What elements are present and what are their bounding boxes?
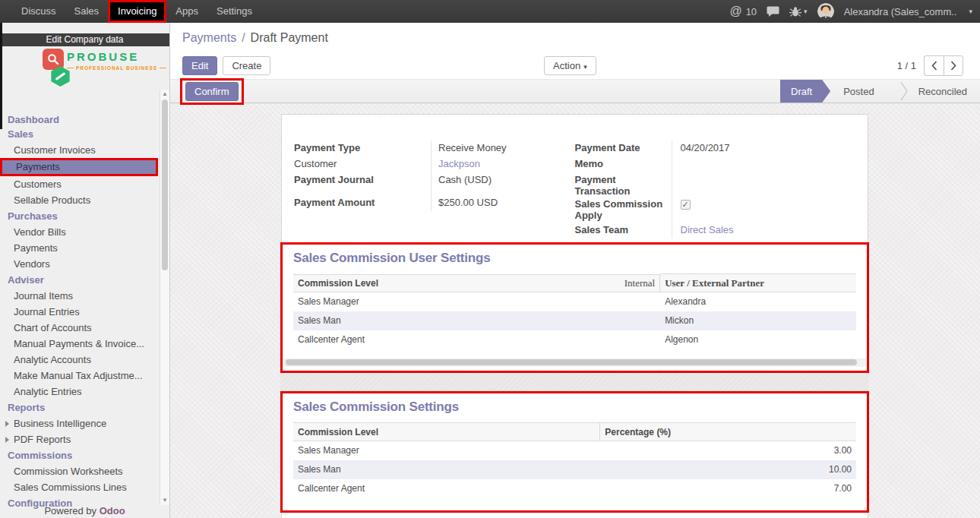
commission-level-cell: Sales Man [293,311,660,330]
mention-count: 10 [746,6,757,17]
sales-commission-apply-checkbox[interactable]: ✓ [681,200,691,210]
customer-label: Customer [294,156,431,172]
status-bar: Confirm Draft Posted Reconciled [170,79,980,103]
sidebar-nav-entry[interactable]: Commission Worksheets [0,463,159,479]
sidebar-nav-entry[interactable]: Customers [0,176,159,192]
confirm-highlight-box: Confirm [180,78,244,105]
table-row[interactable]: Sales Man Mickon [293,311,856,330]
sidebar-nav-entry[interactable]: Make Manual Tax Adjustme... [0,368,159,384]
app-menu-item[interactable]: Sales [65,0,109,23]
sidebar-nav-entry[interactable]: Analytic Entries [0,384,159,400]
sidebar-nav-entry[interactable]: Customer Invoices [0,142,159,158]
create-button[interactable]: Create [223,56,270,75]
memo-value [672,156,856,172]
sidebar-nav-entry[interactable]: Journal Items [0,288,159,304]
pager-previous-button[interactable] [924,55,944,76]
commission-settings-title: Sales Commission Settings [293,400,867,415]
sidebar-nav-entry[interactable]: Vendors [0,256,159,272]
percentage-cell: 10.00 [600,460,856,479]
odoo-brand-link[interactable]: Odoo [100,505,125,516]
commission-user-settings-section: Sales Commission User Settings Commissio… [280,242,869,373]
column-header-user-external-partner[interactable]: User / External Partner [660,274,856,292]
messages-icon[interactable] [767,6,779,17]
sidebar-nav-entry[interactable]: Analytic Accounts [0,352,159,368]
commission-user-settings-table: Commission Level Internal User / Externa… [293,273,856,349]
sidebar-nav-entry[interactable]: Reports [0,402,159,414]
table-row[interactable]: Callcenter Agent 7.00 [293,479,856,498]
payment-transaction-label: Payment Transaction [575,172,672,197]
scrollbar-thumb[interactable] [162,99,168,270]
form-left-column: Payment Type Receive Money Customer Jack… [294,141,575,238]
payment-journal-value: Cash (USD) [431,172,575,188]
app-menu-item[interactable]: Discuss [12,0,65,23]
sidebar-nav-entry[interactable]: Business Intelligence [0,415,159,431]
sidebar-nav-entry[interactable]: Payments [0,158,158,176]
payment-date-label: Payment Date [575,141,672,156]
edit-company-data-button[interactable]: Edit Company data [0,33,169,46]
app-menu-item[interactable]: Invoicing [108,0,166,23]
app-menu-item[interactable]: Settings [207,0,261,23]
commission-settings-table: Commission Level Percentage (%) Sales Ma… [293,422,856,498]
commission-level-header-text: Commission Level [298,278,378,289]
sidebar-nav-entry[interactable]: Sales Commissions Lines [0,479,159,495]
control-panel: Payments/Draft Payment Edit Create Actio… [170,23,980,76]
breadcrumb-separator: / [242,31,245,44]
table-row[interactable]: Callcenter Agent Algenon [293,330,856,349]
status-steps: Draft Posted Reconciled [780,80,980,103]
sidebar-nav-entry[interactable]: Manual Payments & Invoice... [0,336,159,352]
payment-transaction-value [672,172,856,197]
sidebar-nav-entry[interactable]: Chart of Accounts [0,320,159,336]
table-row[interactable]: Sales Manager 3.00 [293,441,856,460]
action-label: Action [553,60,580,71]
sidebar-nav-entry[interactable]: Journal Entries [0,304,159,320]
status-step[interactable]: Reconciled [887,80,980,103]
pager-next-button[interactable] [944,55,963,76]
section-divider-band [280,373,869,391]
sidebar-nav: Dashboard Sales Customer Invoices Paymen… [0,112,159,511]
left-edge-strip [0,23,2,129]
sidebar-nav-entry[interactable]: Payments [0,240,159,256]
sales-team-link[interactable]: Direct Sales [672,223,856,238]
sidebar-nav-entry[interactable]: Purchases [0,210,159,223]
sidebar-nav-entry[interactable]: PDF Reports [0,431,159,447]
action-dropdown[interactable]: Action▾ [544,56,596,75]
payment-form: Payment Type Receive Money Customer Jack… [282,115,868,238]
sidebar-nav-entry[interactable]: Sellable Products [0,192,159,208]
customer-link[interactable]: Jackpson [431,156,575,172]
chevron-down-icon: ▾ [804,8,808,15]
sidebar-nav-entry[interactable]: Adviser [0,274,159,286]
memo-label: Memo [575,156,672,172]
main-panel: Payments/Draft Payment Edit Create Actio… [170,23,980,518]
sidebar-nav-entry[interactable]: Commissions [0,450,159,462]
status-step[interactable]: Posted [830,80,887,103]
logo-brand-text: PROBUSE [67,50,139,63]
horizontal-scrollbar[interactable] [283,358,866,367]
user-avatar[interactable] [817,3,834,20]
company-logo[interactable]: PROBUSE PROFESSIONAL BUSINESS [0,46,169,89]
field-sales-commission-apply: Sales Commission Apply ✓ [575,197,856,223]
confirm-button[interactable]: Confirm [185,82,239,101]
sidebar-nav-entry[interactable]: Vendor Bills [0,224,159,240]
column-header-commission-level[interactable]: Commission Level [293,423,600,441]
commission-level-cell: Sales Man [293,460,600,479]
status-step[interactable]: Draft [780,80,830,103]
horizontal-scrollbar-thumb[interactable] [286,359,857,365]
table-row[interactable]: Sales Manager Alexandra [293,292,856,311]
sidebar-scrollbar[interactable]: ▲ ▼ [160,90,169,505]
breadcrumb-payments[interactable]: Payments [182,31,236,44]
table-row[interactable]: Sales Man 10.00 [293,460,856,479]
user-cell: Mickon [660,311,856,330]
mentions-counter[interactable]: @ 10 [729,5,757,18]
table-header-row: Commission Level Percentage (%) [293,423,856,441]
app-menu-item[interactable]: Apps [166,0,207,23]
pager-counter: 1 / 1 [897,60,916,71]
scroll-down-icon[interactable]: ▼ [162,496,168,505]
column-header-percentage[interactable]: Percentage (%) [600,423,856,441]
scroll-up-icon[interactable]: ▲ [162,90,168,99]
sidebar-nav-entry[interactable]: Sales [0,128,159,141]
user-menu[interactable]: Alexandra (Sales_comm.. [844,6,957,17]
sidebar-nav-entry[interactable]: Dashboard [0,114,159,126]
debug-bug-icon[interactable]: ▾ [789,6,808,17]
column-header-commission-level[interactable]: Commission Level Internal [293,274,660,292]
edit-button[interactable]: Edit [182,56,217,75]
